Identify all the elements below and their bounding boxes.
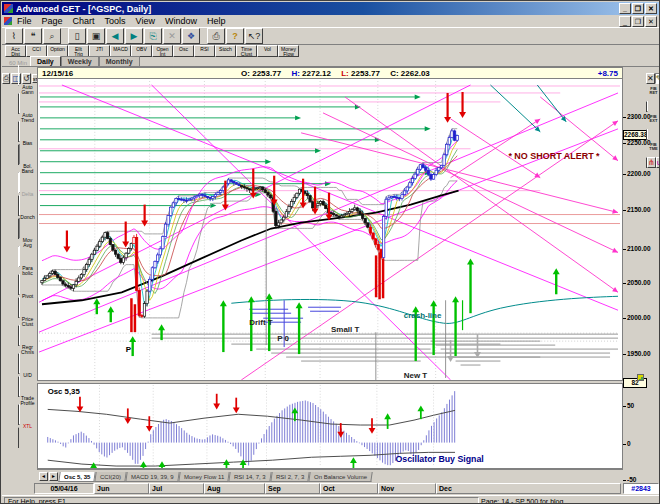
osc-tab-macd[interactable]: MACD 19, 39, 9 xyxy=(126,472,180,482)
menu-view[interactable]: View xyxy=(131,16,160,26)
tab-monthly[interactable]: Monthly xyxy=(99,56,140,66)
price-axis[interactable]: 2300.002250.002200.002150.002100.002050.… xyxy=(623,67,647,483)
osc-tab-obv[interactable]: On Balance Volume xyxy=(309,472,373,482)
study-ud-button[interactable]: U/D xyxy=(18,353,37,397)
zoom-icon[interactable]: ⌕ xyxy=(43,28,61,44)
fib-extension-icon[interactable]: FIBEXT xyxy=(646,101,660,140)
app-window: Advanced GET - [^GSPC, Daily] _❐✕ FilePa… xyxy=(0,0,660,504)
pitchfork-icon[interactable]: ψ xyxy=(656,157,660,168)
menu-page[interactable]: Page xyxy=(37,16,68,26)
menu-help[interactable]: Help xyxy=(202,16,231,26)
low-label: L: xyxy=(341,69,349,78)
osc-tab-rsi14[interactable]: RSI 14, 7, 3 xyxy=(229,472,272,482)
study-xtl-button[interactable]: XTL xyxy=(18,404,37,448)
candle-body xyxy=(364,218,366,222)
candle-body xyxy=(41,281,43,283)
axis-month-nov[interactable]: Nov xyxy=(378,483,436,494)
print-chart-icon[interactable]: ⎙ xyxy=(2,73,10,84)
page-settings-icon[interactable]: ❖ xyxy=(182,28,200,44)
study-money-flow-button[interactable]: MoneyFlow xyxy=(278,45,299,57)
title-bar[interactable]: Advanced GET - [^GSPC, Daily] _❐✕ xyxy=(2,2,659,15)
osc-tab-moneyflow[interactable]: Money Flow 11 xyxy=(178,472,230,482)
gann-fan-icon[interactable]: ⋔ xyxy=(647,157,656,168)
study-mov-avg-button[interactable]: MovAvg xyxy=(18,218,37,267)
new-page-icon[interactable]: ▯ xyxy=(68,28,86,44)
osc-tab-scroll-right[interactable]: ► xyxy=(49,472,58,481)
window-title: Advanced GET - [^GSPC, Daily] xyxy=(16,4,615,14)
chart-annotation[interactable]: * NO SHORT ALERT * xyxy=(508,151,600,161)
main-chart-canvas[interactable]: PDrift TP 0Small Tcrash-lineNew T* NO SH… xyxy=(37,79,623,381)
osc-signal-text[interactable]: Oscillator Buy Signal xyxy=(395,454,483,464)
notes-icon[interactable]: ❝ xyxy=(24,28,42,44)
menu-window[interactable]: Window xyxy=(160,16,202,26)
study-time-clusters-button[interactable]: TimeClust xyxy=(236,45,257,57)
study-auto-gann-button[interactable]: AutoGann xyxy=(18,65,37,114)
close-chart-icon[interactable]: ✕ xyxy=(646,73,655,84)
open-page-icon[interactable]: ▣ xyxy=(87,28,105,44)
study-pivot-button[interactable]: Pivot xyxy=(18,274,37,318)
study-bias-button[interactable]: Bias xyxy=(18,121,37,165)
study-accdist-button[interactable]: AccDist xyxy=(5,45,26,57)
tab-daily[interactable]: Daily xyxy=(30,56,61,66)
study-donchian-button[interactable]: Donch xyxy=(18,195,37,239)
osc-tab-cci[interactable]: CCI(20) xyxy=(95,472,127,482)
pointer-tool-icon[interactable]: ⌇ xyxy=(5,28,23,44)
status-page-info: Page: 14 - SP 500 for blog xyxy=(481,498,563,504)
candle-body xyxy=(130,244,132,249)
study-rsi-button[interactable]: RSI xyxy=(194,45,215,57)
menu-file[interactable]: File xyxy=(12,16,37,26)
chart-annotation[interactable]: New T xyxy=(404,371,428,380)
close-button[interactable]: ✕ xyxy=(645,3,657,14)
tab-weekly[interactable]: Weekly xyxy=(61,56,99,66)
axis-month-oct[interactable]: Oct xyxy=(320,483,378,494)
axis-month-sep[interactable]: Sep xyxy=(265,483,320,494)
study-vol-button[interactable]: Vol xyxy=(257,45,278,57)
menu-chart[interactable]: Chart xyxy=(68,16,100,26)
minimize-button[interactable]: _ xyxy=(619,3,631,14)
study-price-clusters-button[interactable]: PriceClust xyxy=(18,297,37,346)
axis-settings-icon[interactable] xyxy=(637,374,644,381)
osc-tab-osc[interactable]: Osc 5, 35 xyxy=(58,472,96,482)
osc-tab-scroll-left[interactable]: ◄ xyxy=(39,472,48,481)
child-minimize-button[interactable]: _ xyxy=(619,16,631,27)
chart-annotation[interactable]: crash-line xyxy=(404,311,442,320)
study-regr-channels-button[interactable]: RegrChnls xyxy=(18,325,37,374)
study-stoch-button[interactable]: Stoch xyxy=(215,45,236,57)
study-bollinger-button[interactable]: Bol.Band xyxy=(18,144,37,193)
child-window-icon[interactable] xyxy=(4,17,12,25)
print-icon[interactable]: ⎙ xyxy=(207,28,225,44)
restore-button[interactable]: ❐ xyxy=(632,3,644,14)
axis-month-jul[interactable]: Jul xyxy=(149,483,204,494)
child-restore-button[interactable]: ❐ xyxy=(632,16,644,27)
axis-month-aug[interactable]: Aug xyxy=(204,483,265,494)
chart-annotation[interactable]: Drift T xyxy=(249,318,273,327)
axis-month-dec[interactable]: Dec xyxy=(436,483,621,494)
chart-annotation[interactable]: P xyxy=(126,345,132,354)
study-parabolic-button[interactable]: Parabolic xyxy=(18,246,37,295)
study-trade-profile-button[interactable]: TradeProfile xyxy=(18,376,37,425)
chart-annotation[interactable]: P 0 xyxy=(277,334,289,343)
prev-page-icon[interactable]: ◀ xyxy=(106,28,124,44)
candle-body xyxy=(75,281,77,284)
candle-body xyxy=(283,217,285,220)
study-auto-trend-button[interactable]: AutoTrend xyxy=(18,93,37,142)
pencil-icon[interactable]: ✎ xyxy=(655,73,660,84)
study-osc-button[interactable]: Osc xyxy=(173,45,194,57)
delete-page-icon: ✕ xyxy=(163,28,181,44)
axis-start-date[interactable]: 05/04/16 xyxy=(34,483,94,494)
study-open-interest-button[interactable]: OpenInt xyxy=(152,45,173,57)
candle-body xyxy=(72,285,74,288)
help-icon[interactable]: ? xyxy=(226,28,244,44)
context-help-icon[interactable]: ↖? xyxy=(245,28,263,44)
axis-month-jun[interactable]: Jun xyxy=(94,483,149,494)
candle-body xyxy=(346,213,348,214)
child-close-button[interactable]: ✕ xyxy=(645,16,657,27)
chart-annotation[interactable]: Small T xyxy=(331,325,359,334)
next-page-icon[interactable]: ▶ xyxy=(125,28,143,44)
osc-tab-rsi2[interactable]: RSI 2, 7, 3 xyxy=(270,472,310,482)
oscillator-canvas[interactable]: Osc 5,35Oscillator Buy Signal xyxy=(37,383,623,469)
time-axis[interactable]: 05/04/16JunJulAugSepOctNovDec#2843 xyxy=(31,483,660,495)
goto-page-icon[interactable]: ⎘ xyxy=(144,28,162,44)
main-toolbar: ⌇❝⌕▯▣◀▶⎘✕❖⎙?↖? xyxy=(2,27,659,45)
menu-tools[interactable]: Tools xyxy=(100,16,131,26)
